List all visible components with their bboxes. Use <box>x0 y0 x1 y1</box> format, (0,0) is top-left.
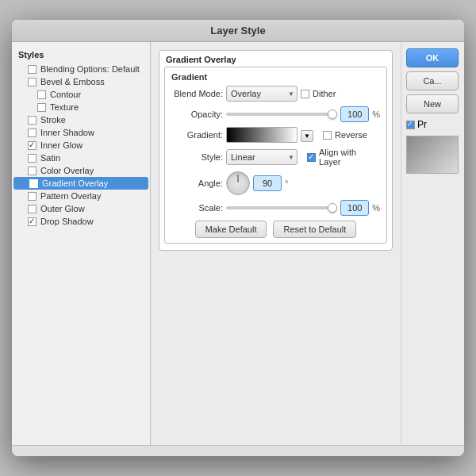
blend-mode-dropdown[interactable]: Overlay Normal Multiply Screen <box>226 86 298 102</box>
stroke-checkbox[interactable] <box>28 116 36 125</box>
gradient-type-wrapper: ▼ <box>301 129 313 140</box>
scale-row: Scale: 100 % <box>171 200 380 216</box>
outer-glow-checkbox[interactable] <box>28 205 36 213</box>
sidebar-header: Styles <box>12 47 150 63</box>
make-default-button[interactable]: Make Default <box>195 221 267 238</box>
angle-input[interactable]: 90 <box>253 175 282 191</box>
opacity-slider-container <box>226 113 337 116</box>
angle-dial[interactable] <box>226 171 250 195</box>
reset-default-button[interactable]: Reset to Default <box>273 221 356 238</box>
subsection-title: Gradient <box>171 72 380 82</box>
gradient-arrow-btn[interactable]: ▼ <box>301 130 313 142</box>
scale-label: Scale: <box>171 203 223 213</box>
angle-unit: ° <box>285 178 288 188</box>
sidebar-item-gradient-overlay[interactable]: Gradient Overlay <box>13 177 148 190</box>
sidebar-item-label: Outer Glow <box>40 204 85 213</box>
right-panel: OK Ca... New Pr <box>401 42 464 445</box>
sidebar-item-inner-glow[interactable]: Inner Glow <box>12 139 150 152</box>
gradient-row: Gradient: ▼ Reverse <box>171 127 380 143</box>
texture-checkbox[interactable] <box>37 103 46 112</box>
style-dropdown-wrapper: Linear Radial Angle Reflected Diamond ▼ <box>226 149 298 165</box>
section-title: Gradient Overlay <box>159 51 392 67</box>
gradient-label: Gradient: <box>171 130 223 140</box>
dither-label[interactable]: Dither <box>301 89 336 98</box>
inner-shadow-checkbox[interactable] <box>28 129 36 137</box>
satin-checkbox[interactable] <box>28 154 36 163</box>
opacity-slider[interactable] <box>226 113 337 116</box>
angle-dial-line <box>238 175 239 182</box>
sidebar-item-satin[interactable]: Satin <box>12 152 150 164</box>
opacity-row: Opacity: 100 % <box>171 106 380 122</box>
blend-mode-row: Blend Mode: Overlay Normal Multiply Scre… <box>171 86 380 102</box>
align-label[interactable]: Align with Layer <box>307 148 380 167</box>
sidebar-item-label: Drop Shadow <box>40 217 94 226</box>
preview-label: Pr <box>417 119 427 130</box>
sidebar-item-label: Pattern Overlay <box>40 191 101 201</box>
scale-slider-container <box>226 206 337 209</box>
align-checkbox[interactable] <box>307 153 316 162</box>
gradient-overlay-section: Gradient Overlay Gradient Blend Mode: Ov… <box>159 50 393 251</box>
sidebar-item-contour[interactable]: Contour <box>12 88 150 101</box>
reverse-checkbox[interactable] <box>323 131 332 140</box>
dialog-bottom <box>12 445 464 456</box>
blending-options-checkbox[interactable] <box>28 65 36 74</box>
scale-unit: % <box>372 203 380 213</box>
sidebar: Styles Blending Options: Default Bevel &… <box>12 42 151 445</box>
style-row: Style: Linear Radial Angle Reflected Dia… <box>171 148 380 167</box>
dither-text: Dither <box>313 89 336 98</box>
dither-checkbox[interactable] <box>301 90 309 98</box>
opacity-input[interactable]: 100 <box>340 106 369 122</box>
sidebar-item-label: Texture <box>50 102 79 112</box>
contour-checkbox[interactable] <box>37 90 46 99</box>
layer-style-dialog: Layer Style Styles Blending Options: Def… <box>12 20 464 456</box>
sidebar-item-blending-options[interactable]: Blending Options: Default <box>12 63 150 75</box>
style-label: Style: <box>171 152 223 162</box>
style-dropdown[interactable]: Linear Radial Angle Reflected Diamond <box>226 149 298 165</box>
preview-box <box>406 136 459 174</box>
cancel-button[interactable]: Ca... <box>406 71 459 90</box>
main-content: Gradient Overlay Gradient Blend Mode: Ov… <box>151 42 401 445</box>
sidebar-item-inner-shadow[interactable]: Inner Shadow <box>12 126 150 139</box>
dialog-title: Layer Style <box>210 25 265 36</box>
sidebar-item-label: Bevel & Emboss <box>40 77 105 86</box>
title-bar: Layer Style <box>12 20 464 42</box>
sidebar-item-outer-glow[interactable]: Outer Glow <box>12 202 150 215</box>
drop-shadow-checkbox[interactable] <box>28 217 36 226</box>
sidebar-item-label: Blending Options: Default <box>40 64 140 74</box>
reverse-label[interactable]: Reverse <box>323 130 367 140</box>
sidebar-item-stroke[interactable]: Stroke <box>12 113 150 126</box>
button-row: Make Default Reset to Default <box>171 221 380 238</box>
sidebar-item-pattern-overlay[interactable]: Pattern Overlay <box>12 190 150 202</box>
bevel-emboss-checkbox[interactable] <box>28 78 36 86</box>
scale-input[interactable]: 100 <box>340 200 369 216</box>
reverse-text: Reverse <box>335 130 367 140</box>
sidebar-item-label: Inner Glow <box>40 140 83 150</box>
opacity-unit: % <box>372 109 380 119</box>
gradient-subsection: Gradient Blend Mode: Overlay Normal Mult… <box>164 67 387 244</box>
sidebar-item-label: Color Overlay <box>40 166 94 175</box>
preview-row: Pr <box>406 119 459 130</box>
scale-slider[interactable] <box>226 206 337 209</box>
angle-row: Angle: 90 ° <box>171 171 380 195</box>
sidebar-item-label: Contour <box>50 90 81 99</box>
sidebar-item-label: Stroke <box>40 115 66 125</box>
color-overlay-checkbox[interactable] <box>28 167 36 175</box>
ok-button[interactable]: OK <box>406 48 459 67</box>
gradient-overlay-checkbox[interactable] <box>29 179 38 188</box>
sidebar-item-drop-shadow[interactable]: Drop Shadow <box>12 215 150 228</box>
sidebar-item-label: Satin <box>40 153 60 163</box>
pattern-overlay-checkbox[interactable] <box>28 192 36 201</box>
gradient-picker[interactable] <box>226 127 298 143</box>
blend-mode-dropdown-wrapper: Overlay Normal Multiply Screen ▼ <box>226 86 298 102</box>
align-text: Align with Layer <box>319 148 380 167</box>
sidebar-item-bevel-emboss[interactable]: Bevel & Emboss <box>12 75 150 88</box>
preview-checkbox[interactable] <box>406 121 415 129</box>
sidebar-item-color-overlay[interactable]: Color Overlay <box>12 164 150 177</box>
sidebar-item-texture[interactable]: Texture <box>12 101 150 113</box>
opacity-label: Opacity: <box>171 109 223 119</box>
blend-mode-label: Blend Mode: <box>171 89 223 98</box>
sidebar-item-label: Gradient Overlay <box>42 178 108 188</box>
angle-label: Angle: <box>171 178 223 188</box>
inner-glow-checkbox[interactable] <box>28 141 36 150</box>
new-button[interactable]: New <box>406 94 459 113</box>
